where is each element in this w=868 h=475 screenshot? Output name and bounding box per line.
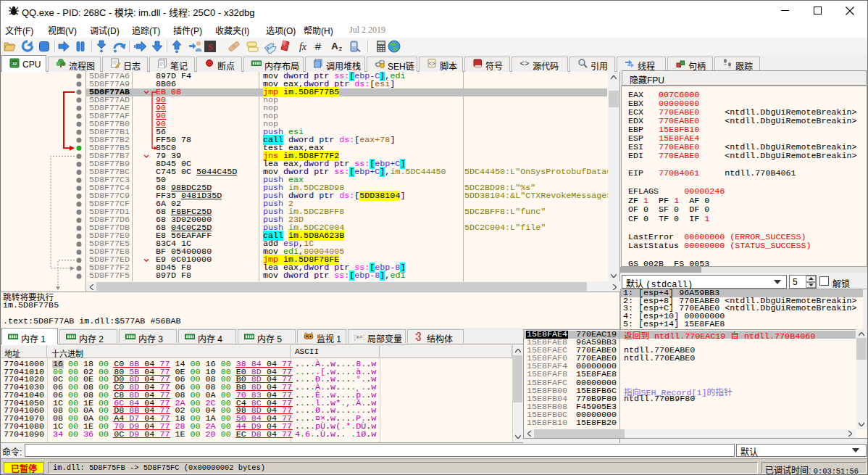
svg-text:A: A: [331, 41, 338, 51]
svg-text:<>: <>: [520, 59, 530, 67]
svg-text:z: z: [339, 45, 343, 52]
svg-text:fx: fx: [299, 41, 307, 52]
svg-text:#: #: [315, 40, 322, 52]
svg-text:<>: <>: [428, 60, 435, 67]
svg-text:32: 32: [12, 62, 17, 66]
svg-text:[x=]: [x=]: [354, 334, 364, 340]
svg-text:S: S: [207, 41, 212, 52]
